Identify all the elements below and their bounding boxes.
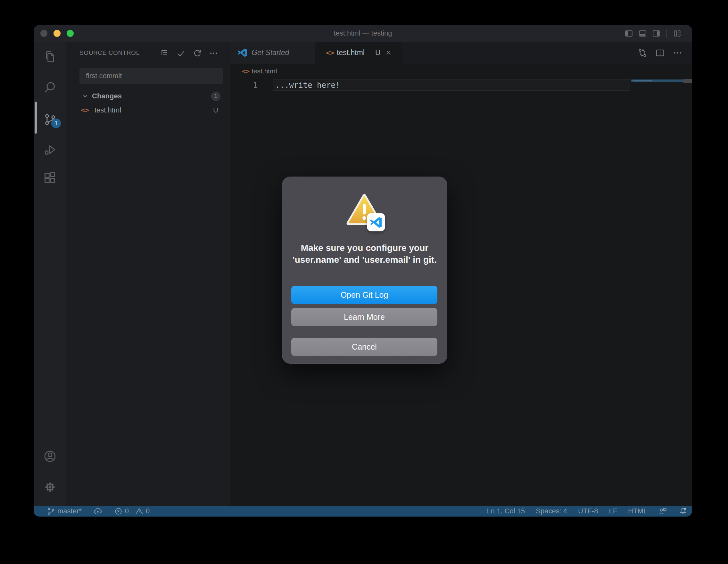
scrollbar-slider[interactable] [683,79,692,83]
files-icon [43,50,57,64]
more-actions-icon[interactable] [209,48,219,58]
error-icon [114,507,123,516]
tab-label: test.html [337,42,365,64]
sidebar-item-explorer[interactable] [43,50,57,64]
tab-label: Get Started [252,42,289,64]
source-control-badge: 1 [51,119,61,128]
panel-toolbar [160,48,219,58]
html-file-icon: <> [81,103,89,117]
git-status-letter: U [211,103,221,117]
close-icon[interactable] [385,49,392,56]
warning-count: 0 [146,507,150,515]
run-debug-icon [43,143,57,157]
cursor-position[interactable]: Ln 1, Col 15 [487,507,525,515]
language-mode[interactable]: HTML [628,507,647,515]
source-control-panel: SOURCE CONTROL [66,42,230,506]
changes-section-header[interactable]: Changes 1 [66,89,230,103]
titlebar-layout-actions [624,29,682,38]
toggle-sidebar-left-icon[interactable] [624,29,633,38]
refresh-icon[interactable] [193,48,202,58]
status-bar-right: Ln 1, Col 15 Spaces: 4 UTF-8 LF HTML [487,506,688,517]
more-actions-icon[interactable] [673,48,683,58]
editor-actions [637,48,683,58]
changes-count-badge: 1 [211,92,220,101]
open-changes-icon[interactable] [637,48,648,58]
minimap-code-hint [633,80,652,81]
changed-file-row[interactable]: <> test.html U [66,103,230,117]
customize-layout-icon[interactable] [673,29,682,38]
dialog-message: Make sure you configure your 'user.name'… [291,242,438,266]
sidebar-item-search[interactable] [43,80,57,95]
commit-check-icon[interactable] [176,48,186,58]
git-branch-icon [46,507,55,516]
vscode-badge-icon [367,213,385,231]
panel-title: SOURCE CONTROL [79,49,140,56]
title-bar: test.html — testing [34,25,692,42]
commit-message-input[interactable] [79,68,223,84]
open-git-log-button[interactable]: Open Git Log [291,286,437,304]
indentation[interactable]: Spaces: 4 [536,507,567,515]
accounts-button[interactable] [43,449,57,463]
html-file-icon: <> [326,42,335,64]
feedback-icon[interactable] [658,507,667,516]
toggle-panel-icon[interactable] [638,29,647,38]
encoding[interactable]: UTF-8 [578,507,598,515]
extensions-icon [43,171,57,185]
branch-name: master* [57,507,82,515]
toggle-sidebar-right-icon[interactable] [652,29,661,38]
search-icon [43,80,57,95]
error-count: 0 [125,507,129,515]
account-icon [43,449,57,463]
titlebar-separator [666,29,667,38]
tab-git-status: U [375,42,381,64]
cloud-upload-icon [93,507,103,516]
chevron-down-icon [81,92,89,100]
activity-bar: 1 [34,42,66,506]
status-bar-left: master* 0 [46,506,150,517]
vscode-window: test.html — testing [34,25,692,517]
line-number: 1 [243,79,258,91]
notifications-bell-icon[interactable] [678,507,688,516]
minimap[interactable] [631,79,683,82]
cancel-button[interactable]: Cancel [291,338,437,356]
vscode-logo-icon [237,48,247,58]
settings-button[interactable] [43,480,57,494]
gear-icon [43,480,57,494]
split-editor-icon[interactable] [655,48,665,58]
code-line[interactable]: ...write here! [275,79,340,91]
git-config-warning-dialog: Make sure you configure your 'user.name'… [282,177,447,364]
breadcrumb-file: test.html [252,64,277,79]
breadcrumb[interactable]: <> test.html [230,64,692,79]
view-as-tree-icon[interactable] [160,48,170,58]
branch-indicator[interactable]: master* [46,506,82,517]
changed-file-name: test.html [95,103,121,117]
status-bar: master* 0 [34,506,692,517]
tab-test-html[interactable]: <> test.html U [315,42,402,64]
sidebar-item-run-debug[interactable] [43,143,57,157]
publish-changes-button[interactable] [93,506,103,517]
tab-bar: Get Started <> test.html U [230,42,692,64]
changes-label: Changes [92,89,122,103]
tab-get-started[interactable]: Get Started [230,42,315,64]
sidebar-item-extensions[interactable] [43,171,57,185]
window-title: test.html — testing [34,25,692,42]
learn-more-button[interactable]: Learn More [291,308,437,326]
html-file-icon: <> [242,64,250,79]
eol-sequence[interactable]: LF [609,507,617,515]
warning-icon [135,507,144,516]
problems-indicator[interactable]: 0 0 [114,506,150,517]
active-view-indicator [35,102,37,134]
desktop: test.html — testing [0,0,728,564]
